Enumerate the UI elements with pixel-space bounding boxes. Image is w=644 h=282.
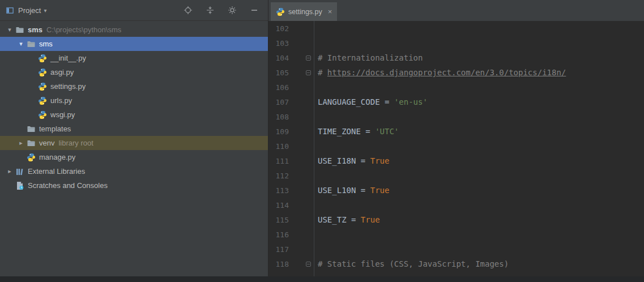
code-line-109[interactable]: 109TIME_ZONE = 'UTC': [268, 124, 644, 139]
line-number: 117: [268, 245, 289, 254]
tree-item-scratches-and-consoles[interactable]: Scratches and Consoles: [0, 178, 268, 193]
tab-label: settings.py: [288, 8, 322, 16]
code-line-112[interactable]: 112: [268, 168, 644, 183]
chevron-down-icon[interactable]: ▾: [5, 26, 15, 33]
collapse-all-icon[interactable]: [206, 6, 215, 15]
main-area: Project ▾ ▾smsC:\proj: [0, 0, 644, 276]
line-number: 103: [268, 39, 289, 48]
tree-item-label: asgi.py: [50, 68, 74, 76]
python-icon: [37, 96, 47, 105]
tree-item-external-libraries[interactable]: ▸External Libraries: [0, 164, 268, 178]
line-number: 114: [268, 201, 289, 210]
code-line-103[interactable]: 103: [268, 36, 644, 50]
chevron-right-icon[interactable]: ▸: [5, 168, 15, 175]
fold-marker-icon[interactable]: [289, 262, 314, 267]
line-number: 104: [268, 54, 289, 62]
code-line-104[interactable]: 104# Internationalization: [268, 50, 644, 65]
code-line-116[interactable]: 116: [268, 227, 644, 242]
code-line-102[interactable]: 102: [268, 21, 644, 36]
line-number: 115: [268, 216, 289, 224]
tree-item-wsgi-py[interactable]: wsgi.py: [0, 108, 268, 122]
tree-item-sms[interactable]: ▾smsC:\projects\python\sms: [0, 23, 268, 37]
folder-icon: [26, 40, 36, 49]
line-number: 118: [268, 260, 289, 268]
panel-header-icons: [184, 6, 262, 15]
tree-item-label: Scratches and Consoles: [28, 181, 108, 190]
editor-tab-bar: settings.py ×: [268, 0, 644, 21]
tree-item-label: templates: [39, 125, 71, 133]
gutter-border: [314, 21, 314, 276]
code-line-107[interactable]: 107LANGUAGE_CODE = 'en-us': [268, 95, 644, 109]
line-number: 109: [268, 127, 289, 136]
code-line-105[interactable]: 105# https://docs.djangoproject.com/en/3…: [268, 65, 644, 80]
code-text: # https://docs.djangoproject.com/en/3.0/…: [314, 68, 566, 77]
python-icon: [37, 110, 47, 119]
tree-item-label: __init__.py: [50, 54, 86, 62]
code-line-111[interactable]: 111USE_I18N = True: [268, 153, 644, 168]
code-line-115[interactable]: 115USE_TZ = True: [268, 212, 644, 227]
project-panel-header: Project ▾: [0, 0, 268, 21]
tree-item-settings-py[interactable]: settings.py: [0, 79, 268, 93]
pycharm-window: Project ▾ ▾smsC:\proj: [0, 0, 644, 282]
tree-item-label: urls.py: [50, 96, 72, 105]
code-text: LANGUAGE_CODE = 'en-us': [314, 97, 428, 106]
line-number: 110: [268, 142, 289, 151]
code-line-117[interactable]: 117: [268, 242, 644, 257]
python-icon: [26, 153, 36, 162]
python-icon: [37, 54, 47, 63]
tree-item-label: sms: [28, 25, 42, 34]
locate-icon[interactable]: [184, 6, 193, 15]
code-line-108[interactable]: 108: [268, 109, 644, 124]
chevron-down-icon[interactable]: ▾: [16, 40, 26, 48]
code-line-114[interactable]: 114: [268, 198, 644, 212]
python-file-icon: [276, 7, 285, 16]
code-line-113[interactable]: 113USE_L10N = True: [268, 183, 644, 198]
code-line-118[interactable]: 118# Static files (CSS, JavaScript, Imag…: [268, 257, 644, 271]
tree-item-templates[interactable]: templates: [0, 122, 268, 136]
tab-settings-py[interactable]: settings.py ×: [271, 2, 337, 21]
tree-item-init-py[interactable]: __init__.py: [0, 51, 268, 65]
tree-item-sms[interactable]: ▾sms: [0, 37, 268, 51]
tree-item-label: manage.py: [39, 153, 75, 161]
python-icon: [37, 68, 47, 77]
code-text: # Static files (CSS, JavaScript, Images): [314, 259, 509, 268]
project-tree: ▾smsC:\projects\python\sms▾sms__init__.p…: [0, 21, 268, 276]
code-line-106[interactable]: 106: [268, 80, 644, 95]
editor: settings.py × 102103104# Internationaliz…: [268, 0, 644, 276]
fold-marker-icon[interactable]: [289, 55, 314, 61]
line-number: 116: [268, 230, 289, 239]
tree-item-label: External Libraries: [28, 167, 85, 176]
tree-item-manage-py[interactable]: manage.py: [0, 150, 268, 164]
code-text: # Internationalization: [314, 53, 423, 62]
tree-item-label: sms: [39, 40, 53, 48]
code-text: USE_TZ = True: [314, 215, 380, 224]
folder-icon: [15, 25, 24, 35]
hide-icon[interactable]: [250, 6, 259, 15]
line-number: 102: [268, 24, 289, 33]
chevron-right-icon[interactable]: ▸: [16, 139, 26, 147]
project-toolwindow-icon: [5, 6, 14, 15]
project-title[interactable]: Project: [18, 6, 41, 15]
line-number: 105: [268, 69, 289, 77]
line-number: 113: [268, 186, 289, 195]
tree-item-label: wsgi.py: [50, 110, 75, 119]
window-bottom-edge: [0, 276, 644, 282]
tree-item-asgi-py[interactable]: asgi.py: [0, 65, 268, 79]
code-line-110[interactable]: 110: [268, 139, 644, 153]
tree-item-urls-py[interactable]: urls.py: [0, 93, 268, 108]
fold-marker-icon[interactable]: [289, 70, 314, 75]
gear-icon[interactable]: [228, 6, 237, 15]
tree-item-label: settings.py: [50, 82, 86, 91]
line-number: 112: [268, 172, 289, 180]
tree-item-venv[interactable]: ▸venvlibrary root: [0, 136, 268, 150]
close-icon[interactable]: ×: [328, 7, 332, 16]
code-lines: 102103104# Internationalization105# http…: [268, 21, 644, 271]
tree-item-label: venv: [39, 139, 54, 147]
code-text: USE_L10N = True: [314, 186, 389, 195]
libraries-icon: [15, 167, 24, 176]
code-text: USE_I18N = True: [314, 156, 389, 165]
scratches-icon: [15, 181, 24, 190]
line-number: 111: [268, 157, 289, 165]
code-area[interactable]: 102103104# Internationalization105# http…: [268, 21, 644, 276]
chevron-down-icon[interactable]: ▾: [44, 7, 46, 14]
